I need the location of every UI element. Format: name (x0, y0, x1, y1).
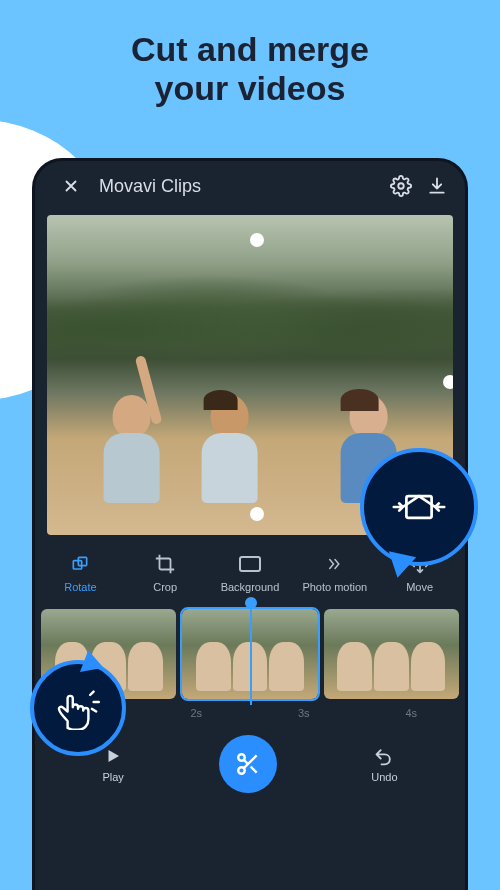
crop-icon (152, 553, 178, 575)
tick-label: 4s (405, 707, 417, 719)
tool-crop[interactable]: Crop (124, 549, 207, 597)
svg-point-5 (238, 767, 245, 774)
scissors-icon (235, 751, 261, 777)
settings-icon[interactable] (387, 172, 415, 200)
motion-icon (322, 553, 348, 575)
headline-text-2: your videos (155, 69, 346, 107)
selection-handle-top[interactable] (250, 233, 264, 247)
timeline-clip[interactable] (324, 609, 459, 699)
callout-swipe (30, 660, 126, 756)
rotate-icon (67, 553, 93, 575)
insert-icon (392, 487, 446, 527)
svg-rect-6 (406, 496, 431, 518)
tool-label: Photo motion (302, 581, 367, 593)
play-icon (104, 746, 122, 766)
undo-button[interactable]: Undo (371, 746, 397, 783)
background-icon (237, 553, 263, 575)
tick-label: 3s (298, 707, 310, 719)
tool-label: Background (221, 581, 280, 593)
svg-point-4 (238, 754, 245, 761)
headline-text-1: Cut and merge (131, 30, 369, 68)
tool-background[interactable]: Background (209, 549, 292, 597)
svg-point-0 (398, 183, 404, 189)
promo-headline: Cut and merge your videos (0, 0, 500, 108)
undo-label: Undo (371, 771, 397, 783)
svg-rect-3 (240, 557, 260, 571)
tool-label: Crop (153, 581, 177, 593)
callout-insert (360, 448, 478, 566)
undo-icon (373, 746, 395, 766)
close-icon[interactable] (57, 172, 85, 200)
tool-label: Move (406, 581, 433, 593)
preview-subjects (88, 343, 413, 503)
tool-label: Rotate (64, 581, 96, 593)
play-label: Play (102, 771, 123, 783)
swipe-hand-icon (52, 686, 104, 730)
app-topbar: Movavi Clips (35, 161, 465, 211)
cut-button[interactable] (219, 735, 277, 793)
download-icon[interactable] (423, 172, 451, 200)
selection-handle-right[interactable] (443, 375, 453, 389)
tick-label: 2s (190, 707, 202, 719)
play-button[interactable]: Play (102, 746, 123, 783)
tool-rotate[interactable]: Rotate (39, 549, 122, 597)
app-title: Movavi Clips (85, 176, 379, 197)
selection-handle-bottom[interactable] (250, 507, 264, 521)
tool-photo-motion[interactable]: Photo motion (293, 549, 376, 597)
timeline-playhead[interactable] (250, 603, 252, 705)
